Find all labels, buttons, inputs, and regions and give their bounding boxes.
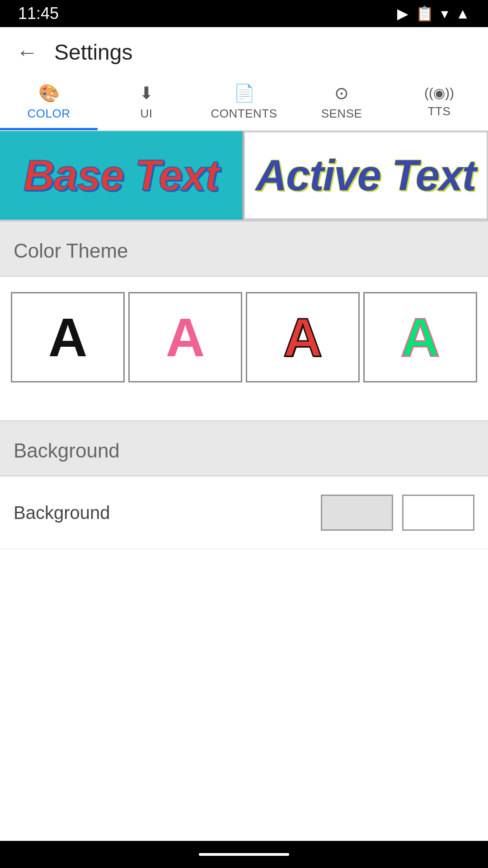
tab-ui-label: UI bbox=[141, 107, 153, 121]
theme-letter-2: A bbox=[166, 310, 205, 364]
color-theme-title: Color Theme bbox=[14, 240, 128, 262]
tab-tts[interactable]: ((◉)) TTS bbox=[390, 77, 488, 130]
background-section: Background Background bbox=[0, 420, 488, 549]
active-text-preview: Active Text bbox=[256, 151, 476, 200]
tab-ui[interactable]: ⬇ UI bbox=[98, 77, 195, 130]
back-button[interactable]: ← bbox=[14, 38, 41, 66]
background-row-label: Background bbox=[14, 503, 110, 523]
theme-item-3[interactable]: A bbox=[246, 292, 360, 382]
page-title: Settings bbox=[54, 40, 132, 65]
tab-tts-label: TTS bbox=[428, 104, 451, 118]
status-bar: 11:45 ▶ 📋 ▾ ▲ bbox=[0, 0, 488, 27]
base-text-preview: Base Text bbox=[23, 151, 219, 200]
tts-icon: ((◉)) bbox=[424, 85, 454, 101]
preview-base[interactable]: Base Text bbox=[0, 131, 244, 220]
tab-sense[interactable]: ⊙ SENSE bbox=[293, 77, 390, 130]
tab-color[interactable]: 🎨 COLOR bbox=[0, 77, 98, 130]
ui-icon: ⬇ bbox=[139, 83, 154, 103]
tab-bar: 🎨 COLOR ⬇ UI 📄 CONTENTS ⊙ SENSE ((◉)) TT… bbox=[0, 77, 488, 131]
color-theme-grid: A A A A bbox=[0, 277, 488, 398]
theme-item-2[interactable]: A bbox=[128, 292, 242, 382]
status-icons: ▶ 📋 ▾ ▲ bbox=[397, 5, 470, 22]
background-row: Background bbox=[0, 476, 488, 549]
tab-contents-label: CONTENTS bbox=[211, 107, 277, 121]
theme-item-1[interactable]: A bbox=[11, 292, 125, 382]
app-header: ← Settings bbox=[0, 27, 488, 77]
back-arrow-icon: ← bbox=[16, 40, 38, 65]
background-row-controls bbox=[321, 495, 474, 531]
theme-letter-3: A bbox=[283, 310, 323, 364]
palette-icon: 🎨 bbox=[38, 83, 60, 103]
theme-item-4[interactable]: A bbox=[363, 292, 477, 382]
tab-contents[interactable]: 📄 CONTENTS bbox=[195, 77, 293, 130]
theme-letter-4: A bbox=[401, 310, 440, 364]
preview-section: Base Text Active Text bbox=[0, 131, 488, 222]
clipboard-icon: 📋 bbox=[416, 5, 434, 22]
preview-active[interactable]: Active Text bbox=[244, 131, 488, 220]
nav-bar bbox=[0, 841, 488, 868]
background-swatch-white[interactable] bbox=[402, 495, 474, 531]
background-title: Background bbox=[14, 439, 120, 462]
background-swatch-gray[interactable] bbox=[321, 495, 393, 531]
signal-icon: ▲ bbox=[455, 5, 470, 22]
color-theme-header: Color Theme bbox=[0, 222, 488, 277]
play-icon: ▶ bbox=[397, 5, 408, 22]
theme-letter-1: A bbox=[48, 310, 88, 364]
background-section-header: Background bbox=[0, 420, 488, 476]
status-time: 11:45 bbox=[18, 4, 59, 23]
contents-icon: 📄 bbox=[234, 83, 255, 103]
tab-color-label: COLOR bbox=[28, 107, 70, 121]
tab-sense-label: SENSE bbox=[321, 107, 362, 121]
sense-icon: ⊙ bbox=[334, 83, 349, 103]
wifi-icon: ▾ bbox=[441, 5, 448, 22]
nav-indicator bbox=[199, 853, 289, 856]
